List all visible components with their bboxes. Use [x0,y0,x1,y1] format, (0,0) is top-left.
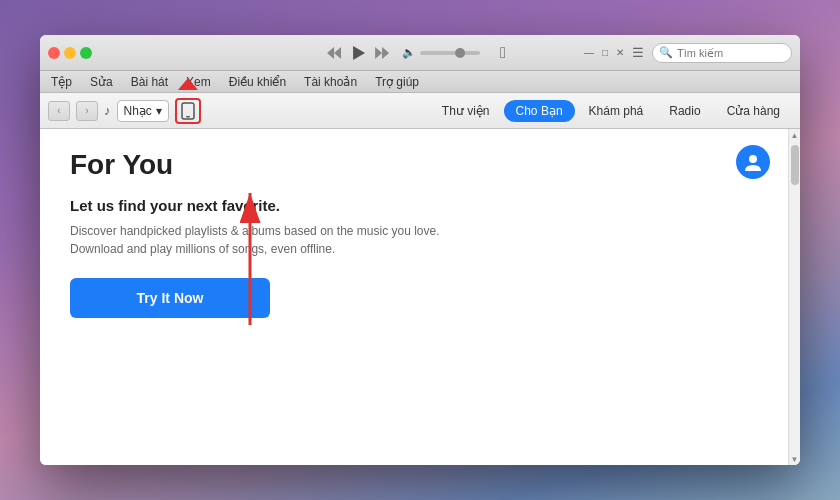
menu-item-baihat[interactable]: Bài hát [128,74,171,90]
minimize-traffic-light[interactable] [64,47,76,59]
playback-controls [326,45,390,61]
svg-marker-4 [382,47,389,59]
scrollbar[interactable]: ▲ ▼ [788,129,800,465]
maximize-traffic-light[interactable] [80,47,92,59]
menu-item-trogiup[interactable]: Trợ giúp [372,74,422,90]
forward-button-toolbar[interactable]: › [76,101,98,121]
menu-item-tep[interactable]: Tệp [48,74,75,90]
device-icon-box[interactable] [175,98,201,124]
back-button[interactable]: ‹ [48,101,70,121]
minimize-button[interactable]: — [584,47,594,58]
svg-marker-3 [375,47,382,59]
volume-track[interactable] [420,51,480,55]
scroll-up-button[interactable]: ▲ [789,129,801,141]
svg-marker-0 [327,47,334,59]
itunes-window: 🔈  — □ ✕ ☰ 🔍 Tệp Sửa Bài hát Xem Điều k… [40,35,800,465]
title-bar-right: — □ ✕ ☰ 🔍 [584,43,792,63]
content-main: For You Let us find your next favorite. … [40,129,788,465]
scroll-down-button[interactable]: ▼ [789,453,801,465]
play-button[interactable] [350,45,366,61]
category-dropdown[interactable]: Nhạc ▾ [117,100,169,122]
menu-item-sua[interactable]: Sửa [87,74,116,90]
music-icon-area: ♪ [104,103,111,118]
svg-marker-1 [334,47,341,59]
scroll-thumb[interactable] [791,145,799,185]
tab-cho-ban[interactable]: Cho Bạn [504,100,575,122]
dropdown-arrow-icon: ▾ [156,104,162,118]
section-description: Discover handpicked playlists & albums b… [70,222,490,258]
search-input[interactable] [677,47,785,59]
content-area: For You Let us find your next favorite. … [40,129,800,465]
list-icon[interactable]: ☰ [632,45,644,60]
apple-logo:  [500,44,506,62]
svg-point-7 [749,155,757,163]
traffic-lights [48,47,92,59]
try-it-now-button[interactable]: Try It Now [70,278,270,318]
restore-button[interactable]: □ [602,47,608,58]
tab-cua-hang[interactable]: Cửa hàng [715,100,792,122]
category-label: Nhạc [124,104,152,118]
svg-marker-2 [353,46,365,60]
device-phone-icon [181,102,195,120]
menu-item-dieukien[interactable]: Điều khiển [226,74,289,90]
title-bar-center: 🔈  [326,44,514,62]
volume-low-icon: 🔈 [402,46,416,59]
user-avatar-icon[interactable] [736,145,770,179]
close-button[interactable]: ✕ [616,47,624,58]
forward-button[interactable] [374,45,390,61]
volume-thumb[interactable] [455,48,465,58]
volume-slider[interactable]: 🔈 [402,46,480,59]
close-traffic-light[interactable] [48,47,60,59]
svg-rect-6 [186,116,190,118]
title-bar: 🔈  — □ ✕ ☰ 🔍 [40,35,800,71]
nav-tabs: Thư viện Cho Bạn Khám phá Radio Cửa hàng [430,100,792,122]
toolbar: ‹ › ♪ Nhạc ▾ Thư viện Cho Bạn Khám phá R… [40,93,800,129]
tab-thu-vien[interactable]: Thư viện [430,100,502,122]
section-title: Let us find your next favorite. [70,197,758,214]
tab-kham-pha[interactable]: Khám phá [577,100,656,122]
rewind-button[interactable] [326,45,342,61]
search-box[interactable]: 🔍 [652,43,792,63]
page-title: For You [70,149,758,181]
music-note-icon: ♪ [104,103,111,118]
search-icon: 🔍 [659,46,673,59]
tab-radio[interactable]: Radio [657,100,712,122]
menu-item-taikhoan[interactable]: Tài khoản [301,74,360,90]
menu-bar: Tệp Sửa Bài hát Xem Điều khiển Tài khoản… [40,71,800,93]
